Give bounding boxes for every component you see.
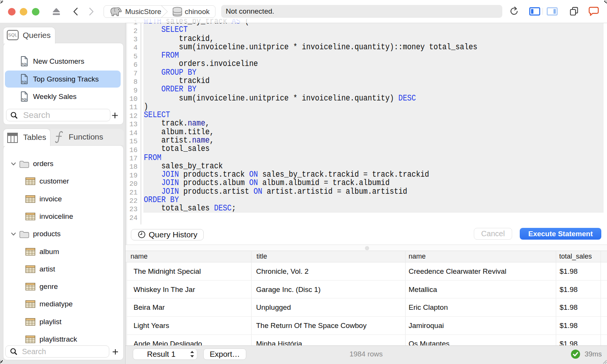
svg-text:SQL: SQL xyxy=(22,80,28,83)
svg-text:SQL: SQL xyxy=(22,98,28,101)
svg-text:SQL: SQL xyxy=(22,63,28,66)
